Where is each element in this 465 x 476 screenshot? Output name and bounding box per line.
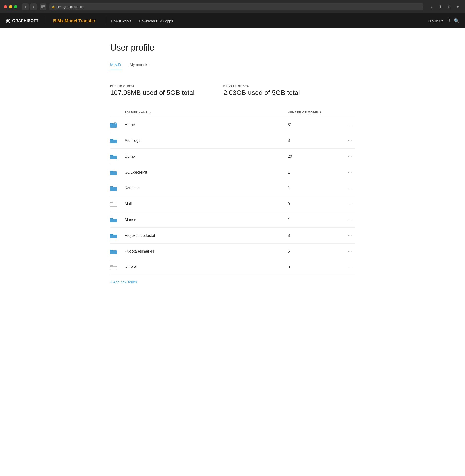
table-row[interactable]: Projektin tiedostot 8 ···: [110, 228, 355, 243]
folder-actions-button[interactable]: ···: [346, 185, 355, 191]
table-row[interactable]: Malli 0 ···: [110, 196, 355, 212]
user-menu[interactable]: Hi Ville! ▾: [428, 19, 443, 23]
svg-rect-10: [110, 155, 113, 156]
logo[interactable]: ◎ GRAPHISOFT: [6, 18, 39, 24]
how-it-works-link[interactable]: How it works: [111, 19, 131, 23]
download-apps-link[interactable]: Download BIMx apps: [139, 19, 173, 23]
folder-icon: [110, 170, 125, 175]
table-row[interactable]: Pudota esimerkki 6 ···: [110, 243, 355, 259]
minimize-button[interactable]: [9, 5, 12, 8]
quota-section: PUBLIC QUOTA 107.93MB used of 5GB total …: [110, 85, 355, 96]
page-title: User profile: [110, 43, 355, 53]
forward-button[interactable]: ›: [30, 3, 37, 10]
folder-actions-button[interactable]: ···: [346, 216, 355, 223]
search-icon[interactable]: 🔍: [454, 18, 459, 23]
svg-rect-12: [110, 187, 113, 187]
brand-icon: ◎: [6, 18, 10, 24]
address-bar[interactable]: 🔒 bimx.graphisoft.com: [49, 3, 423, 10]
col-name-header[interactable]: FOLDER NAME ▲: [125, 111, 288, 114]
new-tab-button[interactable]: ⧉: [445, 3, 453, 10]
traffic-lights: [4, 5, 17, 8]
folder-name: Archilogs: [125, 138, 288, 143]
browser-actions: ↓ ⬆ ⧉ +: [428, 3, 461, 10]
public-quota-value: 107.93MB used of 5GB total: [110, 89, 195, 96]
private-quota-label: PRIVATE QUOTA: [223, 85, 300, 87]
main-content: User profile M.A.D. My models PUBLIC QUO…: [101, 28, 364, 303]
table-header: FOLDER NAME ▲ NUMBER OF MODELS: [110, 111, 355, 117]
private-quota-value: 2.03GB used of 5GB total: [223, 89, 300, 96]
table-row[interactable]: Koulutus 1 ···: [110, 180, 355, 196]
table-row[interactable]: Manse 1 ···: [110, 212, 355, 228]
svg-rect-13: [110, 202, 113, 203]
private-quota: PRIVATE QUOTA 2.03GB used of 5GB total: [223, 85, 300, 96]
svg-rect-17: [110, 265, 113, 266]
folder-actions-button[interactable]: ···: [346, 232, 355, 239]
folder-actions-button[interactable]: ···: [346, 121, 355, 128]
svg-text:A: A: [115, 123, 116, 124]
folder-actions-button[interactable]: ···: [346, 200, 355, 207]
folder-name: Demo: [125, 154, 288, 159]
folder-icon: [110, 138, 125, 143]
nav-divider: [106, 17, 106, 25]
public-quota: PUBLIC QUOTA 107.93MB used of 5GB total: [110, 85, 195, 96]
download-button[interactable]: ↓: [428, 3, 435, 10]
folder-count: 6: [288, 249, 340, 254]
tabs: M.A.D. My models: [110, 60, 355, 70]
folder-icon: A: [110, 122, 125, 127]
table-row[interactable]: GDL-projektit 1 ···: [110, 164, 355, 180]
col-name-label: FOLDER NAME: [125, 111, 148, 114]
tab-mad[interactable]: M.A.D.: [110, 60, 122, 70]
close-button[interactable]: [4, 5, 7, 8]
folder-actions-button[interactable]: ···: [346, 264, 355, 271]
folder-icon: [110, 186, 125, 191]
folder-menu: ···: [340, 200, 355, 207]
svg-rect-14: [110, 218, 113, 219]
folder-name: Pudota esimerkki: [125, 249, 288, 254]
folder-count: 23: [288, 154, 340, 159]
url-text: bimx.graphisoft.com: [57, 5, 84, 9]
brand: ◎ GRAPHISOFT BIMx Model Transfer: [6, 17, 95, 25]
table-row[interactable]: A Home 31 ···: [110, 117, 355, 133]
svg-rect-6: [110, 123, 113, 124]
folder-menu: ···: [340, 153, 355, 160]
col-icon-header: [110, 111, 125, 114]
folder-icon: [110, 233, 125, 238]
browser-chrome: ‹ › 🔒 bimx.graphisoft.com ↓ ⬆ ⧉ +: [0, 0, 465, 13]
browser-navigation: ‹ ›: [22, 3, 37, 10]
back-button[interactable]: ‹: [22, 3, 29, 10]
folder-count: 31: [288, 123, 340, 127]
share-button[interactable]: ⬆: [437, 3, 444, 10]
chevron-down-icon: ▾: [441, 19, 443, 23]
folder-actions-button[interactable]: ···: [346, 137, 355, 144]
table-row[interactable]: ROjekti 0 ···: [110, 259, 355, 275]
grid-icon[interactable]: ⠿: [447, 18, 450, 23]
folder-menu: ···: [340, 232, 355, 239]
maximize-button[interactable]: [14, 5, 17, 8]
folder-rows: A Home 31 ··· Archilogs 3 ··· Demo 23 ··…: [110, 117, 355, 275]
sidebar-toggle[interactable]: [40, 3, 46, 10]
folder-icon: [110, 154, 125, 159]
folder-actions-button[interactable]: ···: [346, 153, 355, 160]
folder-name: Malli: [125, 202, 288, 206]
navbar-links: How it works Download BIMx apps: [111, 19, 428, 23]
folder-count: 0: [288, 202, 340, 206]
table-row[interactable]: Demo 23 ···: [110, 148, 355, 164]
folder-icon: [110, 201, 125, 207]
folder-menu: ···: [340, 264, 355, 271]
tab-my-models[interactable]: My models: [130, 60, 148, 70]
folder-count: 1: [288, 170, 340, 174]
svg-rect-3: [43, 8, 45, 8]
public-quota-label: PUBLIC QUOTA: [110, 85, 195, 87]
add-folder-button[interactable]: + Add new folder: [110, 275, 355, 284]
more-button[interactable]: +: [454, 3, 461, 10]
svg-rect-9: [110, 139, 113, 140]
table-row[interactable]: Archilogs 3 ···: [110, 133, 355, 148]
folder-name: Manse: [125, 218, 288, 222]
folder-name: Home: [125, 123, 288, 127]
folder-actions-button[interactable]: ···: [346, 169, 355, 176]
product-name: BIMx Model Transfer: [53, 19, 95, 23]
folder-actions-button[interactable]: ···: [346, 248, 355, 255]
col-count-header: NUMBER OF MODELS: [288, 111, 340, 114]
svg-rect-16: [110, 250, 113, 251]
lock-icon: 🔒: [52, 5, 55, 8]
